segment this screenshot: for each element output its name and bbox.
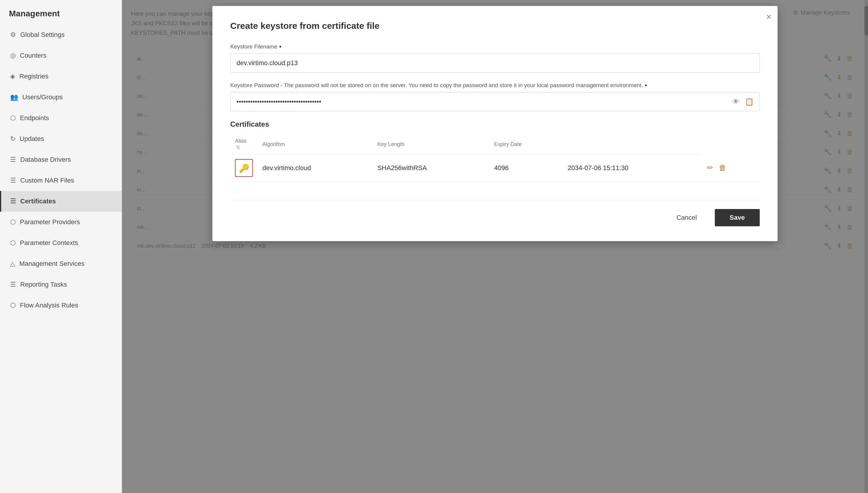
flow-analysis-icon: ⬡ bbox=[10, 301, 16, 309]
sidebar-item-registries[interactable]: ◈ Registries bbox=[0, 66, 122, 87]
sidebar-item-label: Parameter Providers bbox=[20, 218, 80, 226]
sidebar-item-database-drivers[interactable]: ☰ Database Drivers bbox=[0, 149, 122, 170]
counters-icon: ◎ bbox=[10, 52, 16, 60]
sidebar-item-management-services[interactable]: △ Management Services bbox=[0, 253, 122, 274]
sidebar-item-label: Flow Analysis Rules bbox=[20, 301, 78, 309]
mgmt-icon: △ bbox=[10, 260, 15, 267]
required-indicator: • bbox=[279, 43, 281, 50]
password-icons: 👁 📋 bbox=[732, 98, 754, 106]
sidebar-item-label: Users/Groups bbox=[22, 93, 63, 101]
sort-arrow-icon[interactable]: ⇅ bbox=[236, 145, 240, 150]
sidebar-item-flow-analysis-rules[interactable]: ⬡ Flow Analysis Rules bbox=[0, 295, 122, 316]
sidebar-item-label: Counters bbox=[20, 52, 46, 60]
key-icon: 🔑 bbox=[239, 163, 249, 173]
expiry-date-cell: 2034-07-06 15:11:30 bbox=[563, 154, 702, 182]
certificate-row: 🔑 dev.virtimo.cloud SHA256withRSA 4096 2… bbox=[230, 154, 760, 182]
alias-cell: dev.virtimo.cloud bbox=[258, 154, 373, 182]
algorithm-column-header: Algorithm bbox=[258, 134, 373, 154]
cancel-button[interactable]: Cancel bbox=[664, 209, 708, 226]
algorithm-cell: SHA256withRSA bbox=[373, 154, 489, 182]
sidebar-item-label: Certificates bbox=[20, 197, 56, 205]
save-button[interactable]: Save bbox=[715, 209, 760, 226]
keystore-password-input[interactable] bbox=[230, 92, 760, 111]
db-icon: ☰ bbox=[10, 156, 16, 164]
sidebar-item-reporting-tasks[interactable]: ☰ Reporting Tasks bbox=[0, 274, 122, 295]
sidebar-item-parameter-contexts[interactable]: ⬡ Parameter Contexts bbox=[0, 233, 122, 253]
edit-certificate-icon[interactable]: ✏ bbox=[707, 163, 713, 172]
modal-footer: Cancel Save bbox=[230, 200, 760, 226]
certificates-section: Certificates Alias ⇅ Algorithm bbox=[230, 120, 760, 182]
key-length-cell: 4096 bbox=[489, 154, 563, 182]
sidebar-item-updates[interactable]: ↻ Updates bbox=[0, 128, 122, 149]
required-indicator: • bbox=[644, 82, 647, 89]
modal-title: Create keystore from certificate file bbox=[230, 21, 760, 31]
param-providers-icon: ⬡ bbox=[10, 218, 16, 226]
sidebar: Management ⚙ Global Settings ◎ Counters … bbox=[0, 0, 122, 493]
password-wrapper: 👁 📋 bbox=[230, 92, 760, 111]
sidebar-title: Management bbox=[0, 6, 122, 24]
sidebar-item-custom-nar-files[interactable]: ☰ Custom NAR Files bbox=[0, 170, 122, 191]
nar-icon: ☰ bbox=[10, 177, 16, 184]
param-contexts-icon: ⬡ bbox=[10, 239, 16, 247]
close-button[interactable]: × bbox=[766, 12, 771, 21]
alias-column-header: Alias ⇅ bbox=[230, 134, 258, 154]
certs-icon: ☰ bbox=[10, 197, 16, 205]
key-icon-box: 🔑 bbox=[235, 159, 253, 177]
keystore-filename-group: Keystore Filename • bbox=[230, 43, 760, 72]
keystore-password-group: Keystore Password - The password will no… bbox=[230, 82, 760, 111]
sidebar-item-label: Parameter Contexts bbox=[20, 239, 78, 247]
create-keystore-modal: × Create keystore from certificate file … bbox=[212, 6, 778, 241]
sidebar-item-endpoints[interactable]: ⬡ Endpoints bbox=[0, 108, 122, 128]
sidebar-item-users-groups[interactable]: 👥 Users/Groups bbox=[0, 87, 122, 108]
reporting-icon: ☰ bbox=[10, 281, 16, 288]
sidebar-item-label: Database Drivers bbox=[20, 156, 71, 164]
sidebar-item-label: Registries bbox=[19, 72, 48, 80]
sidebar-item-certificates[interactable]: ☰ Certificates bbox=[0, 191, 122, 212]
delete-certificate-icon[interactable]: 🗑 bbox=[719, 163, 726, 172]
app-container: Management ⚙ Global Settings ◎ Counters … bbox=[0, 0, 868, 493]
sidebar-item-label: Custom NAR Files bbox=[20, 177, 74, 184]
registries-icon: ◈ bbox=[10, 72, 15, 80]
keystore-password-label: Keystore Password - The password will no… bbox=[230, 82, 760, 89]
modal-overlay: × Create keystore from certificate file … bbox=[122, 0, 868, 493]
sidebar-item-counters[interactable]: ◎ Counters bbox=[0, 45, 122, 66]
sidebar-item-global-settings[interactable]: ⚙ Global Settings bbox=[0, 24, 122, 45]
copy-password-icon[interactable]: 📋 bbox=[745, 98, 754, 106]
keystore-filename-label: Keystore Filename • bbox=[230, 43, 760, 50]
endpoints-icon: ⬡ bbox=[10, 114, 16, 122]
sidebar-item-parameter-providers[interactable]: ⬡ Parameter Providers bbox=[0, 212, 122, 233]
gear-icon: ⚙ bbox=[10, 31, 16, 39]
expiry-date-column-header: Expiry Date bbox=[489, 134, 563, 154]
actions-column-header bbox=[563, 134, 702, 154]
sidebar-item-label: Reporting Tasks bbox=[20, 281, 67, 288]
certificates-table: Alias ⇅ Algorithm Key Length bbox=[230, 134, 760, 182]
main-content: Here you can manage your keystores and t… bbox=[122, 0, 868, 493]
key-icon-cell: 🔑 bbox=[230, 154, 258, 182]
sidebar-item-label: Updates bbox=[20, 135, 44, 143]
updates-icon: ↻ bbox=[10, 135, 16, 143]
certificates-title: Certificates bbox=[230, 120, 760, 128]
show-password-icon[interactable]: 👁 bbox=[732, 98, 740, 106]
key-length-column-header: Key Length bbox=[373, 134, 489, 154]
keystore-filename-input[interactable] bbox=[230, 53, 760, 72]
cert-actions-cell: ✏ 🗑 bbox=[702, 154, 760, 182]
sidebar-item-label: Endpoints bbox=[20, 114, 49, 122]
sidebar-item-label: Management Services bbox=[19, 260, 84, 267]
users-icon: 👥 bbox=[10, 93, 18, 101]
sidebar-item-label: Global Settings bbox=[20, 31, 65, 39]
